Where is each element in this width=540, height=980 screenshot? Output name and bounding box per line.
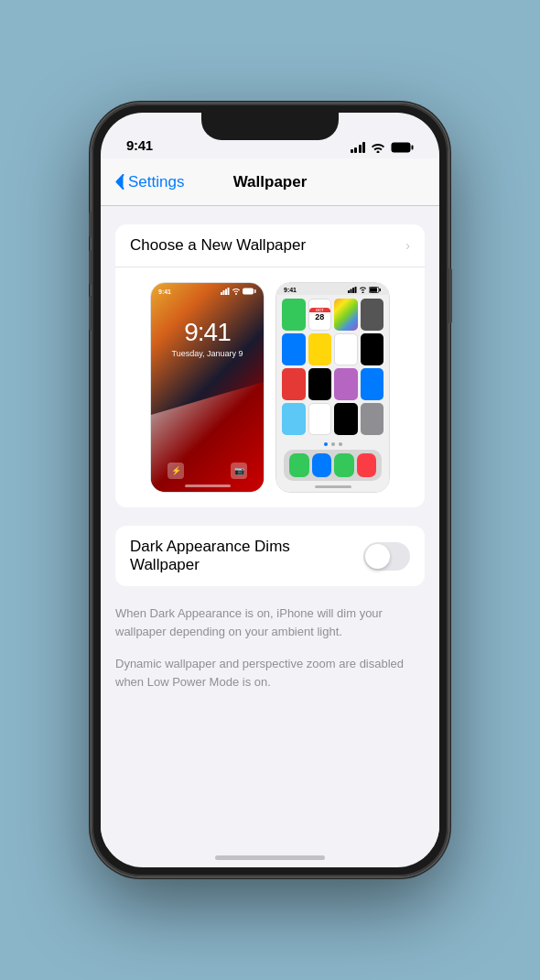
low-power-description: Dynamic wallpaper and perspective zoom a… [115,655,425,691]
dark-appearance-toggle[interactable] [363,542,410,571]
dark-appearance-section: Dark Appearance Dims Wallpaper [115,526,425,586]
status-time: 9:41 [126,137,153,153]
battery-icon [391,142,414,153]
choose-wallpaper-label: Choose a New Wallpaper [130,236,306,255]
power-button [448,268,452,323]
wallpaper-preview-area: 9:41 [115,267,425,507]
dark-appearance-description: When Dark Appearance is on, iPhone will … [115,604,425,640]
page-dots [276,439,389,450]
dot-3 [339,442,342,446]
lock-bottom-icons: ⚡ 📷 [151,463,264,479]
home-wifi-icon [359,287,367,293]
chevron-right-icon: › [405,238,410,253]
home-screen-preview[interactable]: 9:41 [275,282,390,493]
home-indicator-area [276,481,389,492]
choose-wallpaper-row[interactable]: Choose a New Wallpaper › [115,224,425,267]
lock-home-indicator [185,485,231,487]
lock-flashlight-icon: ⚡ [167,463,184,479]
app-wallet [334,403,358,435]
page-title: Wallpaper [233,173,308,191]
navigation-bar: Settings Wallpaper [101,158,439,206]
app-mail [282,333,306,365]
home-battery-icon [369,287,382,293]
volume-down-button [89,296,92,331]
back-button[interactable]: Settings [115,173,184,191]
svg-rect-11 [355,287,357,293]
home-status-time: 9:41 [284,287,297,293]
screen: 9:41 [101,113,439,867]
lock-status-time: 9:41 [158,289,171,295]
app-camera [361,299,384,331]
chevron-left-icon [115,174,124,190]
svg-rect-3 [223,290,225,295]
svg-rect-13 [370,288,377,291]
notch [201,113,339,140]
choose-wallpaper-section: Choose a New Wallpaper › 9:41 [115,224,425,507]
lock-time: 9:41 [151,318,264,347]
lock-battery-icon [243,288,256,295]
home-status-bar: 9:41 [276,283,389,295]
content-area: Choose a New Wallpaper › 9:41 [101,206,439,847]
svg-rect-5 [228,288,230,295]
phone-shell: 9:41 [92,103,448,877]
back-label: Settings [128,173,184,191]
dock-safari [312,453,332,477]
silent-button [89,212,92,237]
app-notes [308,333,332,365]
app-news [282,368,306,400]
dock [284,450,382,481]
toggle-knob [365,544,390,569]
app-grid: OCT 28 [276,295,389,439]
svg-rect-9 [351,289,352,294]
app-health [308,403,332,435]
lock-signal-icon [221,288,230,295]
svg-rect-7 [254,289,256,293]
svg-rect-14 [380,289,382,291]
home-signal-icon [348,287,357,293]
wifi-icon [371,142,385,153]
toggle-row: Dark Appearance Dims Wallpaper [115,526,425,586]
app-reminders [334,333,358,365]
app-maps [282,403,306,435]
description-section: When Dark Appearance is on, iPhone will … [101,604,439,691]
dock-music [357,453,377,477]
app-photos [334,299,358,331]
lock-date: Tuesday, January 9 [151,349,264,358]
lock-status-bar: 9:41 [151,283,264,295]
dark-appearance-label: Dark Appearance Dims Wallpaper [130,538,363,574]
dock-phone [289,453,309,477]
app-calendar: OCT 28 [308,299,332,331]
svg-rect-0 [392,143,411,153]
dock-messages [334,453,354,477]
lock-screen-bg: 9:41 [151,283,264,492]
volume-up-button [89,250,92,285]
device-home-indicator [215,855,325,860]
app-clock [361,333,384,365]
app-settings [361,403,384,435]
home-screen-container: 9:41 [276,283,389,492]
svg-rect-2 [221,292,222,295]
home-indicator-bar [315,485,351,488]
dot-2 [331,442,335,446]
svg-rect-1 [412,146,414,150]
app-podcasts [334,368,358,400]
dot-1 [324,442,328,446]
lock-status-icons [221,288,256,295]
home-status-icons [348,287,382,293]
status-icons [351,142,415,153]
svg-rect-10 [352,288,354,293]
signal-icon [351,142,366,153]
app-appstore [361,368,384,400]
svg-rect-8 [348,290,350,293]
lock-camera-icon: 📷 [231,463,247,479]
app-facetime [282,299,306,331]
lock-wifi-icon [232,288,241,295]
app-appletv [308,368,332,400]
svg-rect-4 [225,289,227,296]
lock-screen-preview[interactable]: 9:41 [150,282,265,493]
svg-rect-6 [243,289,254,295]
